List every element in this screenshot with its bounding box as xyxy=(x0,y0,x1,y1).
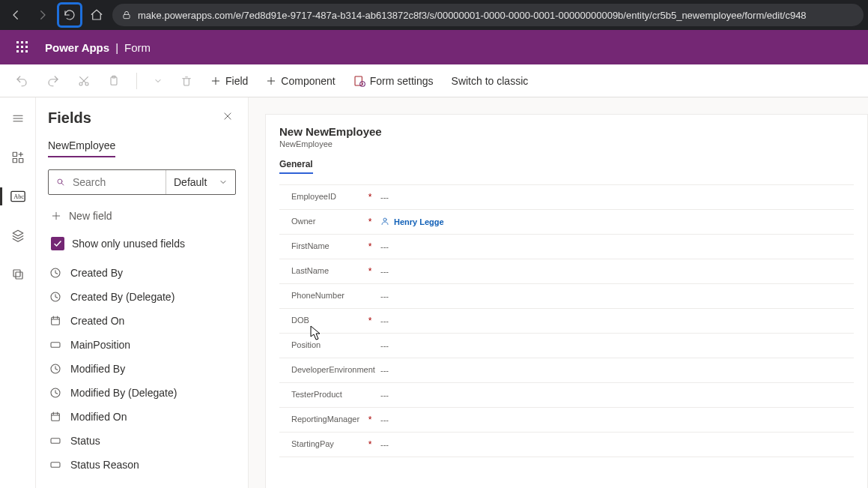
undo-button[interactable] xyxy=(12,71,31,91)
svg-rect-27 xyxy=(13,159,16,163)
paste-button[interactable] xyxy=(105,72,123,90)
required-indicator: * xyxy=(365,266,374,277)
svg-rect-8 xyxy=(21,50,23,52)
field-value-empty: --- xyxy=(380,193,389,202)
rail-components[interactable] xyxy=(0,145,36,169)
rail-fields[interactable]: Abc xyxy=(0,184,36,208)
field-value-empty: --- xyxy=(380,366,389,375)
svg-rect-0 xyxy=(124,14,130,18)
clock-icon xyxy=(48,267,63,279)
form-field-row[interactable]: DOB*--- xyxy=(279,309,854,334)
form-field-row[interactable]: EmployeeID*--- xyxy=(279,185,854,210)
product-name: Power Apps xyxy=(45,41,109,54)
svg-rect-55 xyxy=(51,463,60,468)
form-field-label: LastName xyxy=(279,266,365,276)
calendar-icon xyxy=(48,315,63,327)
form-field-value[interactable]: --- xyxy=(374,242,389,251)
app-launcher-button[interactable] xyxy=(12,37,33,58)
close-icon xyxy=(222,111,233,121)
form-field-row[interactable]: Position--- xyxy=(279,334,854,358)
svg-rect-1 xyxy=(16,41,19,43)
paste-menu-button[interactable] xyxy=(151,73,166,88)
required-indicator: * xyxy=(365,439,374,450)
required-indicator: * xyxy=(365,192,374,202)
svg-point-22 xyxy=(362,83,363,85)
browser-address-bar[interactable]: make.powerapps.com/e/7ed8d91e-9717-487a-… xyxy=(112,4,864,26)
form-field-row[interactable]: StartingPay*--- xyxy=(279,433,854,457)
switch-classic-button[interactable]: Switch to classic xyxy=(449,72,532,90)
form-field-value[interactable]: Henry Legge xyxy=(374,217,444,227)
chevron-down-icon xyxy=(219,178,228,187)
app-bar: Power Apps | Form xyxy=(0,30,868,64)
field-list-item[interactable]: Created By xyxy=(48,261,236,285)
chevron-down-icon xyxy=(154,76,163,85)
field-list-item[interactable]: MainPosition xyxy=(48,333,236,357)
form-field-row[interactable]: DeveloperEnvironment--- xyxy=(279,358,854,383)
search-box[interactable] xyxy=(49,170,166,194)
form-field-value[interactable]: --- xyxy=(374,366,389,375)
paste-icon xyxy=(108,75,120,87)
form-canvas-area: New NewEmployee NewEmployee General Empl… xyxy=(249,97,868,488)
browser-forward-button[interactable] xyxy=(31,4,54,26)
rail-tree[interactable] xyxy=(0,223,36,247)
redo-icon xyxy=(46,74,60,88)
field-list-item[interactable]: Status xyxy=(48,429,236,453)
cut-icon xyxy=(78,75,90,87)
clock-icon xyxy=(48,363,63,375)
form-field-value[interactable]: --- xyxy=(374,267,389,276)
browser-back-button[interactable] xyxy=(4,4,27,26)
field-list-item[interactable]: Modified By xyxy=(48,357,236,381)
required-indicator: * xyxy=(365,241,374,252)
entity-name[interactable]: NewEmployee xyxy=(48,139,115,157)
svg-rect-33 xyxy=(16,272,22,279)
form-field-row[interactable]: LastName*--- xyxy=(279,259,854,284)
field-list-item[interactable]: Created On xyxy=(48,309,236,333)
field-list-item[interactable]: Status Reason xyxy=(48,453,236,477)
cut-button[interactable] xyxy=(75,72,93,90)
form-subtitle: NewEmployee xyxy=(279,139,854,148)
form-field-value[interactable]: --- xyxy=(374,193,389,202)
field-list-item[interactable]: Created By (Delegate) xyxy=(48,285,236,309)
rail-library[interactable] xyxy=(0,262,36,286)
form-field-value[interactable]: --- xyxy=(374,391,389,400)
form-field-label: ReportingManager xyxy=(279,415,365,424)
browser-chrome: make.powerapps.com/e/7ed8d91e-9717-487a-… xyxy=(0,0,868,30)
add-component-button[interactable]: Component xyxy=(263,72,338,90)
field-list-item[interactable]: Modified On xyxy=(48,405,236,429)
field-list-label: Modified By (Delegate) xyxy=(70,387,177,399)
field-value-empty: --- xyxy=(380,242,389,251)
form-field-value[interactable]: --- xyxy=(374,341,389,350)
add-field-button[interactable]: Field xyxy=(207,72,251,90)
search-icon xyxy=(56,177,65,187)
field-list-label: Modified On xyxy=(70,411,127,423)
browser-reload-button[interactable] xyxy=(58,4,81,26)
new-field-label: New field xyxy=(69,210,112,222)
svg-rect-34 xyxy=(13,270,20,277)
filter-dropdown[interactable]: Default xyxy=(166,170,235,194)
form-field-value[interactable]: --- xyxy=(374,316,389,325)
new-field-button[interactable]: New field xyxy=(48,205,236,226)
form-field-row[interactable]: Owner*Henry Legge xyxy=(279,210,854,235)
form-tab-general[interactable]: General xyxy=(279,159,313,174)
owner-link[interactable]: Henry Legge xyxy=(394,217,444,226)
delete-button[interactable] xyxy=(177,72,195,90)
show-unused-checkbox[interactable]: Show only unused fields xyxy=(48,234,236,253)
rail-hamburger[interactable] xyxy=(0,106,36,130)
panel-close-button[interactable] xyxy=(219,108,236,127)
form-field-row[interactable]: PhoneNumber--- xyxy=(279,284,854,309)
redo-button[interactable] xyxy=(43,71,63,91)
browser-home-button[interactable] xyxy=(85,4,108,26)
form-field-row[interactable]: FirstName*--- xyxy=(279,235,854,259)
form-field-row[interactable]: TesterProduct--- xyxy=(279,383,854,408)
field-list: Created ByCreated By (Delegate)Created O… xyxy=(48,261,236,477)
form-canvas[interactable]: New NewEmployee NewEmployee General Empl… xyxy=(265,114,868,488)
svg-rect-2 xyxy=(21,41,23,43)
form-field-row[interactable]: ReportingManager*--- xyxy=(279,408,854,433)
form-field-value[interactable]: --- xyxy=(374,292,389,301)
form-field-value[interactable]: --- xyxy=(374,415,389,424)
field-value-empty: --- xyxy=(380,415,389,424)
form-settings-button[interactable]: Form settings xyxy=(350,72,437,90)
field-list-item[interactable]: Modified By (Delegate) xyxy=(48,381,236,405)
form-field-value[interactable]: --- xyxy=(374,440,389,449)
search-input[interactable] xyxy=(71,175,158,189)
